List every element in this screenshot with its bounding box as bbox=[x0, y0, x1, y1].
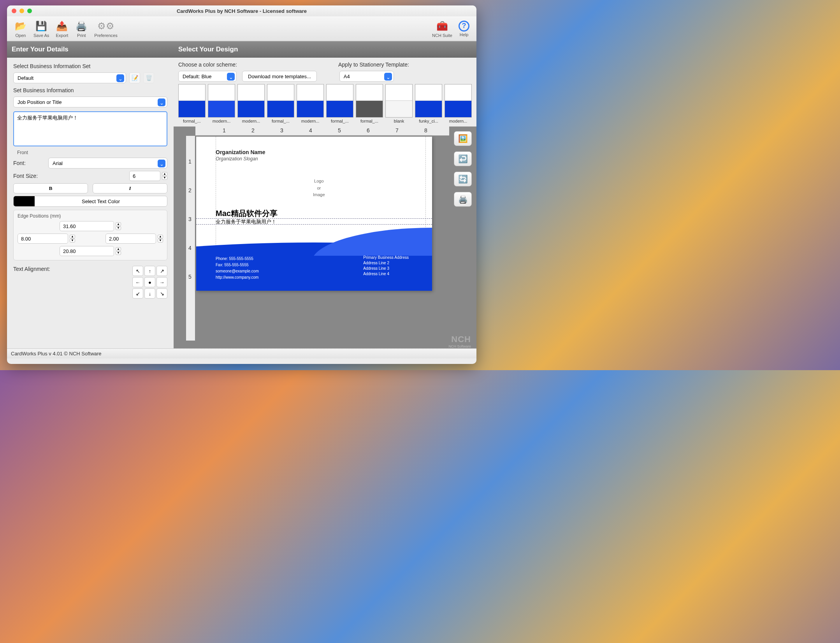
toolbar: 📂 Open 💾 Save As 📤 Export 🖨️ Print ⚙︎⚙︎ … bbox=[7, 16, 476, 41]
font-label: Font: bbox=[13, 160, 44, 166]
printer-icon: 🖨️ bbox=[75, 20, 88, 32]
bold-button[interactable]: B bbox=[13, 183, 88, 193]
stepper[interactable]: ▲▼ bbox=[116, 222, 121, 230]
left-panel-header: Enter Your Details bbox=[7, 41, 174, 58]
stepper[interactable]: ▲▼ bbox=[116, 247, 121, 255]
template-thumb[interactable]: modern... bbox=[237, 84, 265, 123]
field-value-textarea[interactable]: 全力服务于苹果电脑用户！ bbox=[13, 111, 167, 146]
align-tr[interactable]: ↗ bbox=[156, 266, 167, 276]
edge-right-input[interactable] bbox=[105, 234, 156, 244]
font-size-label: Font Size: bbox=[13, 173, 44, 179]
help-icon: ? bbox=[459, 21, 469, 32]
contact-block[interactable]: Phone: 555-555-5555 Fax: 555-555-5555 so… bbox=[216, 256, 259, 281]
nch-suite-button[interactable]: 🧰 NCH Suite bbox=[429, 20, 455, 38]
align-tc[interactable]: ↑ bbox=[144, 266, 155, 276]
align-tl[interactable]: ↖ bbox=[132, 266, 143, 276]
nch-logo: NCH bbox=[451, 334, 471, 344]
stepper[interactable]: ▲▼ bbox=[158, 235, 163, 242]
card-preview[interactable]: Organization Name Organization Slogan Lo… bbox=[196, 137, 432, 291]
color-scheme-select[interactable]: Default: Blue ⌄ bbox=[178, 71, 237, 82]
front-tab[interactable]: Front bbox=[17, 150, 167, 155]
undo-button[interactable]: ↩️ bbox=[454, 151, 472, 166]
logo-placeholder[interactable]: Logo or Image bbox=[313, 178, 325, 199]
titlebar: CardWorks Plus by NCH Software - License… bbox=[7, 5, 476, 16]
right-panel-header: Select Your Design bbox=[174, 41, 476, 58]
open-button[interactable]: 📂 Open bbox=[11, 20, 30, 38]
app-window: CardWorks Plus by NCH Software - License… bbox=[7, 5, 476, 364]
set-info-label: Set Business Information bbox=[13, 87, 167, 93]
align-bc[interactable]: ↓ bbox=[144, 288, 155, 299]
status-bar: CardWorks Plus v 4.01 © NCH Software bbox=[7, 348, 476, 358]
chevron-down-icon: ⌄ bbox=[118, 76, 123, 82]
font-size-input[interactable]: 6 bbox=[129, 171, 160, 181]
align-bl[interactable]: ↙ bbox=[132, 288, 143, 299]
text-alignment-grid: ↖ ↑ ↗ ← ● → ↙ ↓ ↘ bbox=[132, 266, 167, 299]
canvas-side-buttons: 🖼️ ↩️ 🔄 🖨️ bbox=[454, 131, 472, 207]
canvas-area[interactable]: 12345678 12345 Organization Name Organiz… bbox=[174, 126, 476, 348]
template-thumb[interactable]: modern... bbox=[208, 84, 235, 123]
slogan-selected[interactable]: 全力服务于苹果电脑用户！ bbox=[216, 218, 276, 225]
edge-left-input[interactable] bbox=[18, 234, 68, 244]
chevron-down-icon: ⌄ bbox=[229, 74, 233, 80]
export-icon: 📤 bbox=[55, 20, 69, 32]
help-button[interactable]: ? Help bbox=[455, 21, 473, 37]
template-thumb[interactable]: funky_ci... bbox=[415, 84, 442, 123]
save-icon: 💾 bbox=[35, 20, 48, 32]
main-title[interactable]: Mac精品软件分享 bbox=[216, 208, 278, 219]
template-thumb[interactable]: formal_... bbox=[267, 84, 294, 123]
align-br[interactable]: ↘ bbox=[156, 288, 167, 299]
saveas-button[interactable]: 💾 Save As bbox=[30, 20, 52, 38]
template-thumb[interactable]: formal_... bbox=[356, 84, 383, 123]
template-thumb[interactable]: formal_... bbox=[326, 84, 353, 123]
template-thumb[interactable]: formal_... bbox=[178, 84, 206, 123]
edit-set-button[interactable]: 📝 bbox=[129, 72, 140, 83]
stepper[interactable]: ▲▼ bbox=[70, 235, 75, 242]
gear-icon: ⚙︎⚙︎ bbox=[99, 20, 112, 32]
info-set-select[interactable]: Default ⌄ bbox=[13, 72, 126, 83]
download-more-button[interactable]: Download more templates... bbox=[242, 71, 317, 82]
template-thumbnails: formal_...modern...modern...formal_...mo… bbox=[178, 84, 472, 123]
right-panel: Select Your Design Choose a color scheme… bbox=[174, 41, 476, 348]
text-color-button[interactable]: Select Text Color bbox=[13, 196, 167, 207]
text-alignment-label: Text Alignment: bbox=[13, 266, 128, 272]
export-button[interactable]: 📤 Export bbox=[52, 20, 72, 38]
window-title: CardWorks Plus by NCH Software - License… bbox=[7, 8, 476, 14]
template-thumb[interactable]: blank bbox=[385, 84, 413, 123]
ruler-vertical: 12345 bbox=[186, 136, 195, 341]
org-name[interactable]: Organization Name bbox=[216, 149, 265, 155]
italic-button[interactable]: I bbox=[93, 183, 167, 193]
chevron-down-icon: ⌄ bbox=[160, 100, 164, 106]
edge-positions-title: Edge Positions (mm) bbox=[18, 213, 163, 219]
edge-bottom-input[interactable] bbox=[60, 246, 114, 256]
org-slogan[interactable]: Organization Slogan bbox=[216, 156, 258, 162]
address-block[interactable]: Primary Business Address Address Line 2 … bbox=[363, 255, 409, 277]
template-thumb[interactable]: modern... bbox=[297, 84, 324, 123]
edge-top-input[interactable] bbox=[60, 221, 114, 231]
preferences-button[interactable]: ⚙︎⚙︎ Preferences bbox=[91, 20, 120, 38]
toolbox-icon: 🧰 bbox=[436, 20, 449, 32]
nch-logo-sub: NCH Software bbox=[448, 344, 471, 348]
align-ml[interactable]: ← bbox=[132, 277, 143, 287]
rotate-button[interactable]: 🔄 bbox=[454, 172, 472, 186]
ruler-horizontal: 12345678 bbox=[195, 126, 449, 136]
status-text: CardWorks Plus v 4.01 © NCH Software bbox=[11, 351, 102, 357]
template-thumb[interactable]: modern... bbox=[445, 84, 472, 123]
align-mr[interactable]: → bbox=[156, 277, 167, 287]
stationery-template-select[interactable]: A4 ⌄ bbox=[339, 71, 394, 82]
select-info-set-label: Select Business Information Set bbox=[13, 63, 167, 69]
new-template-button[interactable]: 🖼️ bbox=[454, 131, 472, 146]
chevron-down-icon: ⌄ bbox=[160, 161, 164, 167]
print-button[interactable]: 🖨️ Print bbox=[72, 20, 91, 38]
delete-set-button[interactable]: 🗑️ bbox=[143, 72, 154, 83]
template-label: Apply to Stationery Template: bbox=[338, 61, 409, 68]
field-select[interactable]: Job Position or Title ⌄ bbox=[13, 97, 167, 107]
font-size-stepper[interactable]: ▲▼ bbox=[162, 172, 167, 180]
print-preview-button[interactable]: 🖨️ bbox=[454, 192, 472, 207]
folder-open-icon: 📂 bbox=[14, 20, 27, 32]
color-scheme-label: Choose a color scheme: bbox=[178, 61, 237, 68]
edge-positions-group: Edge Positions (mm) ▲▼ ▲▼ ▲▼ ▲▼ bbox=[13, 210, 167, 260]
chevron-down-icon: ⌄ bbox=[386, 74, 390, 80]
left-panel: Enter Your Details Select Business Infor… bbox=[7, 41, 174, 348]
align-mc[interactable]: ● bbox=[144, 277, 155, 287]
font-select[interactable]: Arial ⌄ bbox=[48, 158, 167, 169]
